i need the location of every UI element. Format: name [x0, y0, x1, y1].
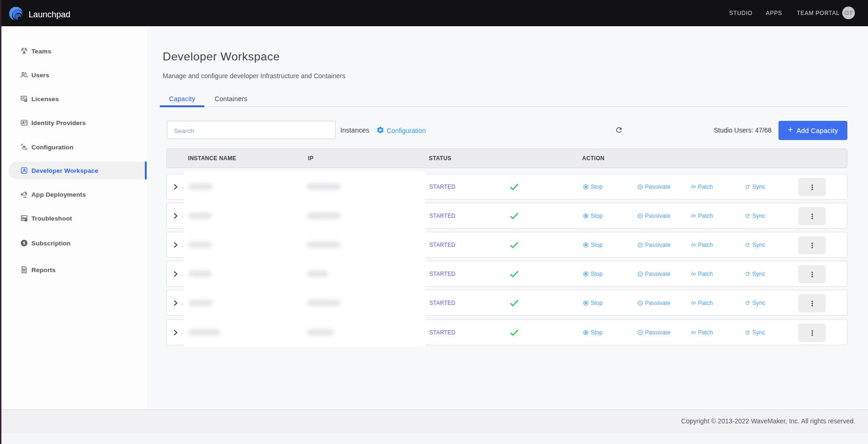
svg-text:$: $	[23, 240, 26, 245]
